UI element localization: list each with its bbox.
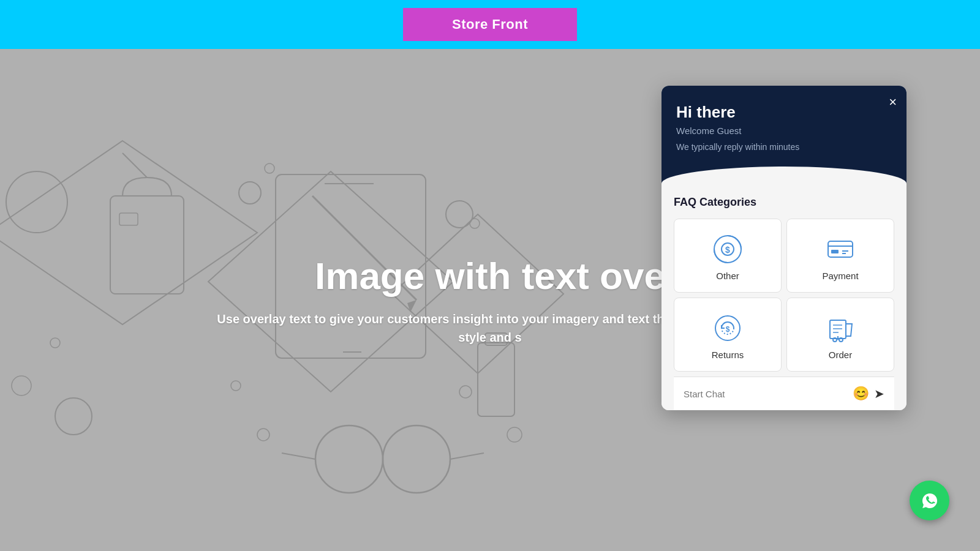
svg-point-0 [6,171,67,233]
svg-point-1 [239,182,261,204]
svg-rect-35 [831,250,839,253]
svg-point-29 [265,163,274,173]
faq-other-label: Other [716,271,739,281]
svg-rect-40 [830,320,846,339]
other-icon: $ [712,234,743,264]
order-icon [825,313,856,343]
chat-reply-time: We typically reply within minutes [676,142,892,152]
faq-order-label: Order [829,350,852,360]
svg-point-4 [12,376,31,395]
chat-input[interactable] [684,389,853,399]
svg-point-19 [383,425,450,493]
whatsapp-fab[interactable] [910,481,949,520]
svg-line-11 [123,153,147,178]
chat-header: Hi there Welcome Guest We typically repl… [662,86,907,167]
chat-body: FAQ Categories $ Other [662,184,907,410]
svg-point-45 [833,338,837,342]
whatsapp-icon [918,489,942,513]
svg-rect-23 [478,343,514,416]
returns-icon: $ [712,313,743,343]
svg-point-6 [231,381,241,391]
faq-card-other[interactable]: $ Other [674,219,782,293]
svg-point-27 [50,338,60,348]
chat-widget: Hi there Welcome Guest We typically repl… [662,86,907,410]
svg-rect-33 [828,241,853,257]
main-area: Image with text ove Use overlay text to … [0,49,980,551]
top-bar: Store Front [0,0,980,49]
svg-rect-12 [119,213,138,225]
wave-divider [662,167,907,184]
faq-payment-label: Payment [822,271,858,281]
faq-grid: $ Other Payment [674,219,894,372]
faq-title: FAQ Categories [674,196,894,209]
store-front-button[interactable]: Store Front [403,8,577,41]
svg-point-46 [839,338,843,342]
svg-point-5 [55,398,92,435]
svg-line-22 [450,453,484,459]
svg-text:$: $ [725,245,730,255]
faq-card-payment[interactable]: Payment [786,219,894,293]
svg-point-28 [257,429,270,441]
faq-card-returns[interactable]: $ Returns [674,298,782,372]
chat-input-area: 😊 ➤ [674,377,894,410]
chat-welcome: Welcome Guest [676,126,892,136]
chat-greeting: Hi there [676,103,892,122]
svg-point-2 [446,201,473,228]
chat-close-button[interactable]: × [889,96,897,109]
faq-returns-label: Returns [712,350,744,360]
send-button[interactable]: ➤ [874,386,884,401]
faq-card-order[interactable]: Order [786,298,894,372]
svg-text:$: $ [726,325,730,334]
payment-icon [825,234,856,264]
svg-line-21 [282,453,315,459]
svg-point-18 [315,425,383,493]
svg-point-26 [507,427,522,442]
svg-rect-10 [110,196,184,294]
svg-point-25 [459,386,472,398]
emoji-button[interactable]: 😊 [853,386,869,402]
